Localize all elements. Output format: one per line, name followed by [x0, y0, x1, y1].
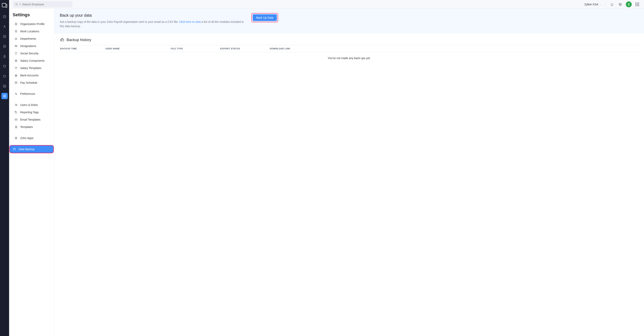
- svg-point-6: [4, 96, 5, 97]
- shield-icon: [14, 52, 18, 55]
- sidebar-title: Settings: [9, 12, 54, 20]
- svg-point-17: [15, 67, 16, 68]
- nav-users-roles[interactable]: Users & Roles: [11, 101, 52, 108]
- nav-label: Users & Roles: [20, 103, 38, 106]
- empty-state: You've not made any back-ups yet.: [60, 52, 638, 64]
- users-icon: [14, 103, 18, 107]
- nav-preferences[interactable]: Preferences: [11, 90, 52, 97]
- nav-label: Designations: [20, 44, 36, 48]
- search-box[interactable]: ▾: [13, 1, 72, 8]
- svg-point-23: [16, 104, 17, 105]
- svg-point-18: [16, 67, 17, 68]
- svg-point-10: [16, 31, 16, 31]
- svg-point-15: [16, 46, 16, 46]
- search-input[interactable]: [22, 3, 70, 6]
- nav-work-locations[interactable]: Work Locations: [11, 28, 52, 35]
- svg-rect-25: [15, 119, 17, 120]
- nav-designations[interactable]: Designations: [11, 43, 52, 50]
- apps-grid-icon[interactable]: [634, 2, 640, 7]
- col-user-name: USER NAME: [105, 47, 171, 50]
- nav-label: Email Templates: [20, 118, 40, 121]
- nav-data-backup[interactable]: Data Backup: [10, 145, 53, 153]
- nav-salary-templates[interactable]: Salary Templates: [11, 64, 52, 72]
- content-area: Back up your data Get a backup copy of t…: [54, 9, 644, 336]
- notifications-icon[interactable]: [609, 2, 615, 7]
- banner-description: Get a backup copy of the data in your Zo…: [60, 20, 246, 29]
- rail-employees-icon[interactable]: [2, 23, 8, 30]
- nav-templates[interactable]: Templates: [11, 123, 52, 130]
- backup-banner: Back up your data Get a backup copy of t…: [54, 9, 644, 33]
- nav-social-security[interactable]: Social Security: [11, 50, 52, 57]
- bank-icon: [14, 74, 18, 77]
- nav-email-templates[interactable]: Email Templates: [11, 116, 52, 123]
- calendar-icon: [14, 81, 18, 84]
- coins-icon: [14, 59, 18, 63]
- avatar[interactable]: Z: [626, 2, 632, 7]
- app-logo-icon[interactable]: [2, 2, 8, 8]
- nav-organization-profile[interactable]: Organization Profile: [11, 21, 52, 28]
- document-icon: [14, 125, 18, 129]
- rail-documents-icon[interactable]: [2, 73, 8, 79]
- view-modules-link[interactable]: Click here to view: [179, 20, 201, 23]
- svg-rect-9: [15, 23, 17, 25]
- zoho-icon: [14, 136, 18, 140]
- nav-zoho-apps[interactable]: Zoho Apps: [11, 134, 52, 142]
- col-download-link: DOWNLOAD LINK: [270, 47, 638, 50]
- nav-salary-components[interactable]: Salary Components: [11, 57, 52, 64]
- rail-settings-icon[interactable]: [2, 93, 8, 99]
- nav-label: Zoho Apps: [20, 136, 34, 140]
- nav-label: Preferences: [20, 92, 35, 95]
- nav-departments[interactable]: Departments: [11, 35, 52, 42]
- icon-rail: [0, 0, 9, 336]
- backup-button[interactable]: Back Up Data: [253, 14, 277, 21]
- col-export-status: EXPORT STATUS: [220, 47, 270, 50]
- org-name: Zylker KSA: [584, 3, 598, 6]
- search-caret-icon[interactable]: ▾: [20, 3, 20, 5]
- rail-benefits-icon[interactable]: [2, 63, 8, 69]
- org-switcher[interactable]: Zylker KSA ⌄: [584, 3, 601, 6]
- nav-reporting-tags[interactable]: Reporting Tags: [11, 109, 52, 116]
- id-card-icon: [14, 44, 18, 48]
- nav-label: Reporting Tags: [20, 111, 39, 114]
- topbar: ▾ Zylker KSA ⌄ Z: [9, 0, 644, 9]
- nav-label: Pay Schedule: [20, 81, 37, 84]
- col-backup-time: BACKUP TIME: [60, 47, 105, 50]
- nav-label: Data Backup: [18, 147, 34, 151]
- banner-title: Back up your data: [60, 13, 246, 18]
- table-head: BACKUP TIME USER NAME FILE TYPE EXPORT S…: [60, 45, 638, 52]
- settings-sidebar: Settings Organization Profile Work Locat…: [9, 9, 54, 336]
- chevron-down-icon: ⌄: [600, 3, 601, 5]
- nav-label: Salary Templates: [20, 66, 42, 70]
- search-icon: [15, 3, 18, 6]
- nav-bank-accounts[interactable]: Bank Accounts: [11, 72, 52, 79]
- history-title: Backup history: [66, 38, 91, 42]
- backup-history-table: BACKUP TIME USER NAME FILE TYPE EXPORT S…: [60, 45, 638, 64]
- rail-money-icon[interactable]: [2, 53, 8, 60]
- svg-rect-0: [2, 3, 6, 7]
- location-icon: [14, 30, 18, 33]
- nav-label: Social Security: [20, 52, 38, 55]
- database-icon: [13, 147, 16, 151]
- rail-dashboard-icon[interactable]: [2, 14, 8, 20]
- sliders-icon: [14, 92, 18, 96]
- settings-gear-icon[interactable]: [618, 2, 623, 7]
- svg-rect-19: [15, 82, 17, 84]
- svg-point-30: [61, 40, 62, 40]
- rail-approvals-icon[interactable]: [2, 43, 8, 50]
- rail-add-icon[interactable]: [2, 33, 8, 40]
- hard-drive-icon: [60, 38, 64, 42]
- backup-history-section: Backup history BACKUP TIME USER NAME FIL…: [54, 33, 644, 68]
- svg-point-8: [620, 4, 621, 5]
- svg-point-16: [15, 60, 17, 61]
- tag-icon: [14, 110, 18, 114]
- org-chart-icon: [14, 37, 18, 41]
- nav-label: Templates: [20, 125, 33, 128]
- nav-label: Departments: [20, 37, 36, 40]
- template-icon: [14, 66, 18, 70]
- building-icon: [14, 22, 18, 26]
- svg-point-24: [15, 111, 16, 112]
- nav-label: Salary Components: [20, 59, 44, 62]
- rail-reports-icon[interactable]: [2, 83, 8, 89]
- nav-pay-schedule[interactable]: Pay Schedule: [11, 79, 52, 86]
- nav-label: Bank Accounts: [20, 74, 38, 77]
